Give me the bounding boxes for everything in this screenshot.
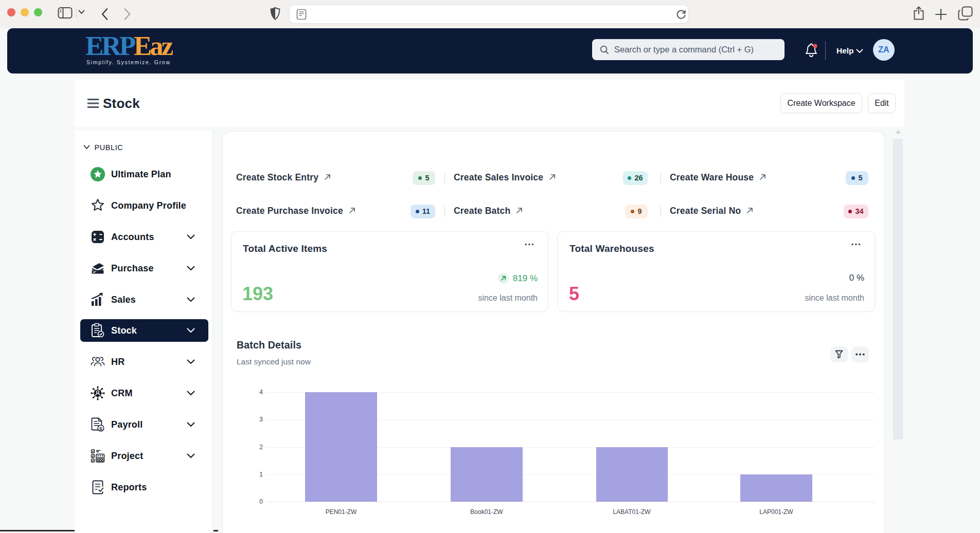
svg-text:$: $	[99, 426, 102, 431]
